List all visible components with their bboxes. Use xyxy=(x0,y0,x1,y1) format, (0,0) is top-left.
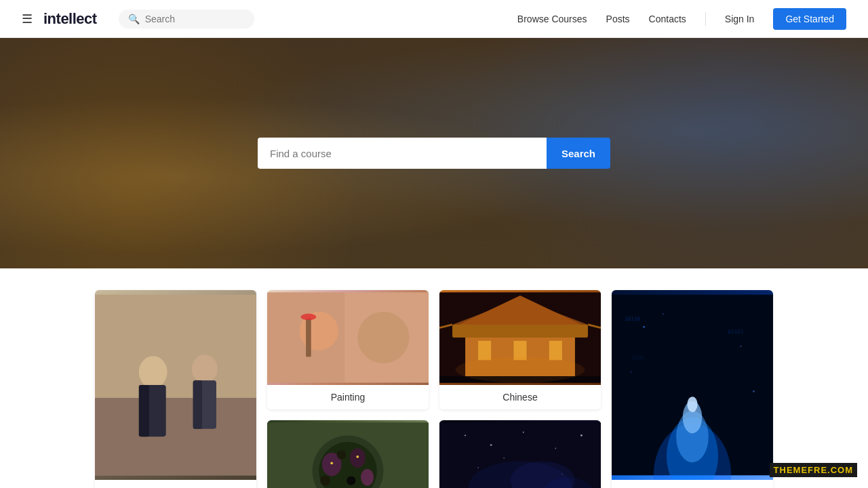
svg-rect-12 xyxy=(306,318,311,357)
hero-search-button[interactable]: Search xyxy=(547,138,610,169)
nav-contacts[interactable]: Contacts xyxy=(649,14,686,24)
nav-divider xyxy=(705,12,706,26)
course-label-development: Development xyxy=(612,480,773,488)
svg-rect-23 xyxy=(549,341,562,361)
course-image-business xyxy=(95,290,256,480)
hero-search-container: Search xyxy=(258,138,610,169)
course-card-business[interactable]: Business xyxy=(95,290,256,488)
nav-search-input[interactable] xyxy=(145,14,233,24)
course-label-business: Business xyxy=(95,480,256,488)
nav-posts[interactable]: Posts xyxy=(606,14,630,24)
svg-point-25 xyxy=(456,357,585,383)
navbar: ☰ intellect 🔍 Browse Courses Posts Conta… xyxy=(0,0,868,38)
hero-search-input[interactable] xyxy=(258,138,547,169)
site-logo[interactable]: intellect xyxy=(43,10,97,28)
svg-point-33 xyxy=(740,346,741,347)
svg-point-5 xyxy=(192,354,218,383)
svg-point-34 xyxy=(631,371,632,373)
search-icon: 🔍 xyxy=(128,14,140,24)
svg-rect-4 xyxy=(139,385,149,436)
svg-point-36 xyxy=(663,313,664,314)
course-card-development[interactable]: 10110 01101 11001 Development xyxy=(612,290,773,488)
svg-point-35 xyxy=(753,390,755,392)
svg-point-53 xyxy=(465,434,466,436)
svg-text:11001: 11001 xyxy=(631,355,645,361)
get-started-button[interactable]: Get Started xyxy=(773,8,846,30)
course-label-painting: Painting xyxy=(267,385,429,409)
course-img-inner-development: 10110 01101 11001 xyxy=(612,290,773,480)
svg-point-49 xyxy=(330,462,333,464)
svg-rect-1 xyxy=(95,398,256,475)
course-label-chinese: Chinese xyxy=(439,385,601,409)
course-img-inner-chinese xyxy=(439,290,601,385)
course-image-development: 10110 01101 11001 xyxy=(612,290,773,480)
signin-link[interactable]: Sign In xyxy=(725,14,755,24)
svg-point-50 xyxy=(356,455,359,458)
svg-point-57 xyxy=(580,434,583,436)
svg-point-10 xyxy=(357,312,409,363)
svg-point-47 xyxy=(347,476,355,485)
svg-point-56 xyxy=(555,447,556,449)
svg-rect-7 xyxy=(193,380,202,428)
course-image-cookery xyxy=(267,420,429,488)
course-image-chinese xyxy=(439,290,601,385)
course-image-painting xyxy=(267,290,429,385)
course-img-inner-astronomy xyxy=(439,420,601,488)
svg-point-45 xyxy=(361,469,374,486)
svg-point-58 xyxy=(477,467,479,468)
course-img-inner-painting xyxy=(267,290,429,385)
nav-browse-courses[interactable]: Browse Courses xyxy=(517,14,587,24)
svg-rect-21 xyxy=(478,341,491,361)
nav-search-bar: 🔍 xyxy=(119,9,254,28)
course-section: Business Painting xyxy=(0,268,868,488)
course-img-inner-business xyxy=(95,290,256,480)
svg-rect-16 xyxy=(452,325,588,338)
svg-point-31 xyxy=(687,396,697,412)
course-image-astronomy xyxy=(439,420,601,488)
hero-section: Search xyxy=(0,38,868,268)
course-img-inner-cookery xyxy=(267,420,429,488)
svg-text:01101: 01101 xyxy=(728,329,743,335)
course-grid: Business Painting xyxy=(95,290,773,488)
course-card-painting[interactable]: Painting xyxy=(267,290,429,409)
course-card-chinese[interactable]: Chinese xyxy=(439,290,601,409)
menu-icon[interactable]: ☰ xyxy=(22,12,33,26)
svg-point-55 xyxy=(523,432,524,433)
svg-text:10110: 10110 xyxy=(625,316,640,322)
svg-point-46 xyxy=(320,475,330,485)
svg-point-32 xyxy=(643,326,645,328)
svg-point-13 xyxy=(301,314,317,321)
svg-point-60 xyxy=(503,458,505,459)
svg-point-54 xyxy=(490,444,492,446)
svg-point-2 xyxy=(139,356,167,388)
nav-links: Browse Courses Posts Contacts Sign In Ge… xyxy=(517,8,846,30)
course-card-cookery[interactable]: Cookery xyxy=(267,420,429,488)
course-card-astronomy[interactable]: Astronomy xyxy=(439,420,601,488)
svg-point-48 xyxy=(337,450,346,459)
